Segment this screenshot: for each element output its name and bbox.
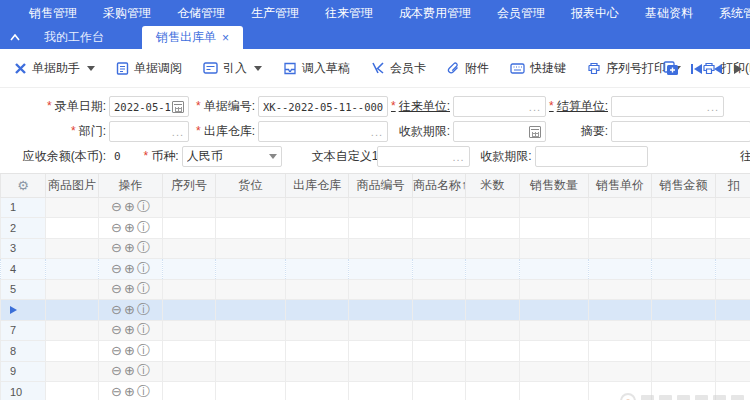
row-number-cell[interactable]: 3 [1, 238, 46, 259]
add-row-icon[interactable]: ⊕ [124, 261, 135, 276]
grid-cell[interactable] [466, 320, 520, 341]
grid-cell[interactable] [589, 238, 652, 259]
remove-row-icon[interactable]: ⊖ [111, 302, 122, 317]
grid-cell[interactable] [589, 361, 652, 382]
grid-cell[interactable] [286, 361, 349, 382]
grid-cell[interactable] [652, 238, 716, 259]
menu-item-base-data[interactable]: 基础资料 [632, 0, 706, 26]
grid-cell[interactable] [163, 361, 216, 382]
row-number-cell[interactable]: 2 [1, 218, 46, 239]
grid-cell[interactable] [520, 300, 589, 321]
table-row[interactable]: 9⊖⊕ⓘ [1, 361, 750, 382]
row-info-icon[interactable]: ⓘ [137, 281, 150, 296]
menu-item-reports[interactable]: 报表中心 [558, 0, 632, 26]
new-document-icon[interactable] [663, 61, 679, 76]
settle-unit-label[interactable]: 结算单位: [546, 98, 608, 115]
tab-sales-outbound[interactable]: 销售出库单 × [142, 26, 243, 49]
record-date-input[interactable]: 2022-05-11 [109, 96, 189, 117]
grid-cell[interactable] [46, 259, 99, 280]
col-sales-qty[interactable]: 销售数量 [520, 174, 589, 197]
import-button[interactable]: 引入 [203, 60, 262, 77]
grid-cell[interactable]: ⊖⊕ⓘ [99, 238, 163, 259]
grid-cell[interactable]: ⊖⊕ⓘ [99, 361, 163, 382]
row-info-icon[interactable]: ⓘ [137, 199, 150, 214]
menu-item-production[interactable]: 生产管理 [238, 0, 312, 26]
row-number-cell[interactable]: 7 [1, 320, 46, 341]
grid-cell[interactable] [520, 218, 589, 239]
row-number-cell[interactable]: 9 [1, 361, 46, 382]
menu-item-purchase[interactable]: 采购管理 [90, 0, 164, 26]
grid-cell[interactable] [286, 259, 349, 280]
grid-cell[interactable] [286, 382, 349, 400]
grid-cell[interactable] [46, 361, 99, 382]
remove-row-icon[interactable]: ⊖ [111, 199, 122, 214]
lookup-ellipsis-icon[interactable]: ... [452, 151, 464, 163]
calendar-icon[interactable] [529, 126, 541, 138]
grid-cell[interactable] [716, 259, 750, 280]
row-number-cell[interactable]: 5 [1, 279, 46, 300]
col-discount-partial[interactable]: 扣 [716, 174, 750, 197]
grid-cell[interactable] [349, 382, 413, 400]
next-record-icon[interactable] [734, 64, 742, 74]
grid-cell[interactable] [46, 320, 99, 341]
grid-cell[interactable] [413, 218, 466, 239]
grid-cell[interactable] [216, 238, 286, 259]
grid-cell[interactable] [46, 382, 99, 400]
grid-cell[interactable] [349, 259, 413, 280]
row-info-icon[interactable]: ⓘ [137, 322, 150, 337]
grid-cell[interactable] [716, 279, 750, 300]
grid-cell[interactable] [652, 300, 716, 321]
table-row[interactable]: 4⊖⊕ⓘ [1, 259, 750, 280]
grid-cell[interactable] [589, 300, 652, 321]
row-number-cell[interactable]: 1 [1, 197, 46, 218]
col-product-name[interactable]: 商品名称↑ [413, 174, 466, 197]
close-tab-icon[interactable]: × [222, 32, 229, 44]
collapse-tabs-icon[interactable] [0, 26, 30, 49]
grid-cell[interactable] [466, 361, 520, 382]
grid-cell[interactable] [349, 279, 413, 300]
remove-row-icon[interactable]: ⊖ [111, 281, 122, 296]
grid-cell[interactable] [216, 259, 286, 280]
grid-cell[interactable] [589, 341, 652, 362]
table-row[interactable]: ⊖⊕ⓘ [1, 300, 750, 321]
grid-cell[interactable] [286, 341, 349, 362]
grid-cell[interactable]: ⊖⊕ⓘ [99, 279, 163, 300]
table-row[interactable]: 7⊖⊕ⓘ [1, 320, 750, 341]
doc-no-input[interactable]: XK--2022-05-11--00001 [258, 96, 388, 117]
grid-cell[interactable] [349, 320, 413, 341]
menu-item-cost-expense[interactable]: 成本费用管理 [386, 0, 484, 26]
doc-assistant-button[interactable]: 单据助手 [14, 60, 95, 77]
grid-cell[interactable] [589, 279, 652, 300]
menu-item-sales[interactable]: 销售管理 [16, 0, 90, 26]
menu-item-system[interactable]: 系统管理 [706, 0, 750, 26]
grid-cell[interactable] [520, 279, 589, 300]
row-number-cell[interactable]: 10 [1, 382, 46, 400]
grid-cell[interactable] [652, 218, 716, 239]
row-info-icon[interactable]: ⓘ [137, 343, 150, 358]
col-sales-price[interactable]: 销售单价 [589, 174, 652, 197]
grid-cell[interactable] [413, 279, 466, 300]
row-info-icon[interactable]: ⓘ [137, 363, 150, 378]
currency-select[interactable]: 人民币 [182, 146, 282, 167]
col-meters[interactable]: 米数 [466, 174, 520, 197]
remove-row-icon[interactable]: ⊖ [111, 220, 122, 235]
grid-cell[interactable] [520, 341, 589, 362]
grid-cell[interactable] [46, 197, 99, 218]
partner-input[interactable]: ... [453, 96, 546, 117]
grid-cell[interactable] [286, 320, 349, 341]
grid-cell[interactable] [349, 238, 413, 259]
grid-cell[interactable] [716, 238, 750, 259]
grid-cell[interactable] [520, 238, 589, 259]
grid-cell[interactable] [216, 320, 286, 341]
add-row-icon[interactable]: ⊕ [124, 199, 135, 214]
add-row-icon[interactable]: ⊕ [124, 281, 135, 296]
grid-cell[interactable] [46, 341, 99, 362]
grid-cell[interactable] [716, 300, 750, 321]
calendar-icon[interactable] [172, 101, 184, 113]
grid-cell[interactable] [652, 341, 716, 362]
add-row-icon[interactable]: ⊕ [124, 384, 135, 399]
grid-cell[interactable] [216, 279, 286, 300]
grid-cell[interactable] [716, 218, 750, 239]
add-row-icon[interactable]: ⊕ [124, 363, 135, 378]
due-date-input[interactable] [453, 121, 546, 142]
